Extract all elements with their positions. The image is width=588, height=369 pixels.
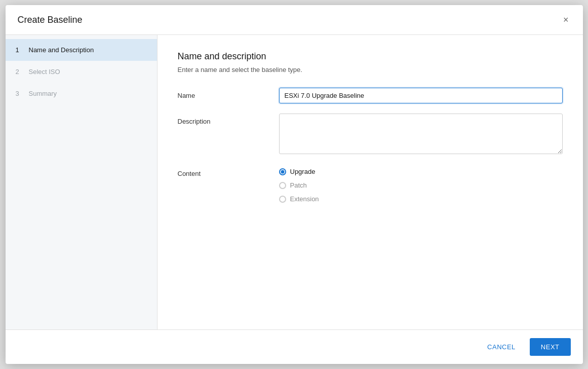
dialog-header: Create Baseline × — [6, 5, 583, 35]
create-baseline-dialog: Create Baseline × 1 Name and Description… — [6, 5, 583, 364]
close-button[interactable]: × — [561, 13, 571, 26]
name-row: Name — [178, 88, 563, 103]
step-3-label: Summary — [29, 90, 57, 97]
step-1-label: Name and Description — [29, 46, 94, 54]
cancel-button[interactable]: CANCEL — [479, 339, 524, 355]
radio-option-extension[interactable]: Extension — [279, 195, 563, 203]
step-1-name-description[interactable]: 1 Name and Description — [6, 39, 157, 61]
step-1-number: 1 — [16, 46, 24, 54]
radio-upgrade-input[interactable] — [279, 168, 286, 175]
content-label: Content — [178, 166, 279, 177]
next-button[interactable]: NEXT — [530, 338, 571, 356]
radio-patch-label: Patch — [290, 181, 307, 189]
step-2-label: Select ISO — [29, 68, 60, 76]
name-label: Name — [178, 88, 279, 99]
step-2-select-iso[interactable]: 2 Select ISO — [6, 61, 157, 83]
radio-group: Upgrade Patch Extension — [279, 166, 563, 203]
stepper-sidebar: 1 Name and Description 2 Select ISO 3 Su… — [6, 35, 158, 329]
section-title: Name and description — [178, 51, 563, 62]
radio-extension-input[interactable] — [279, 196, 286, 203]
radio-option-patch[interactable]: Patch — [279, 181, 563, 189]
step-3-number: 3 — [16, 90, 24, 97]
section-subtitle: Enter a name and select the baseline typ… — [178, 66, 563, 73]
description-row: Description — [178, 114, 563, 156]
description-label: Description — [178, 114, 279, 125]
description-textarea[interactable] — [279, 114, 563, 154]
radio-option-upgrade[interactable]: Upgrade — [279, 168, 563, 175]
name-input[interactable] — [279, 88, 563, 103]
dialog-body: 1 Name and Description 2 Select ISO 3 Su… — [6, 35, 583, 329]
radio-patch-input[interactable] — [279, 182, 286, 189]
step-2-number: 2 — [16, 68, 24, 76]
name-field-wrapper — [279, 88, 563, 103]
content-row: Content Upgrade Patch Ext — [178, 166, 563, 203]
radio-upgrade-label: Upgrade — [290, 168, 316, 175]
content-options-wrapper: Upgrade Patch Extension — [279, 166, 563, 203]
description-field-wrapper — [279, 114, 563, 156]
radio-extension-label: Extension — [290, 195, 319, 203]
dialog-title: Create Baseline — [18, 15, 83, 25]
dialog-footer: CANCEL NEXT — [6, 329, 583, 364]
main-content-area: Name and description Enter a name and se… — [158, 35, 583, 329]
step-3-summary[interactable]: 3 Summary — [6, 83, 157, 104]
